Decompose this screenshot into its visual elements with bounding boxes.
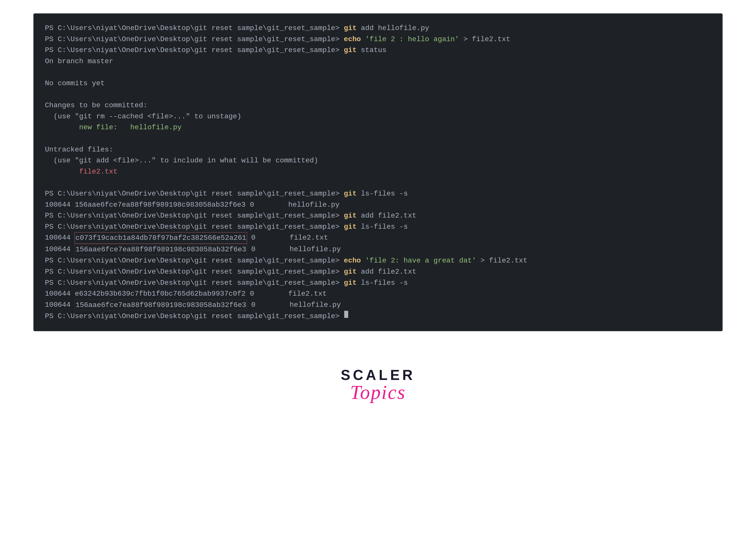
cmd-rest: add file2.txt xyxy=(357,210,416,221)
terminal-line: PS C:\Users\niyat\OneDrive\Desktop\git r… xyxy=(45,311,711,322)
logo-scaler-text: SCALER xyxy=(341,367,415,383)
git-keyword: git xyxy=(344,221,357,232)
cmd-rest: > file2.txt xyxy=(459,34,510,45)
terminal-line: PS C:\Users\niyat\OneDrive\Desktop\git r… xyxy=(45,188,711,199)
terminal-line: (use "git rm --cached <file>..." to unst… xyxy=(45,111,711,122)
output-text: 100644 156aae6fce7ea88f98f989198c983058a… xyxy=(45,199,340,210)
terminal-window: PS C:\Users\niyat\OneDrive\Desktop\git r… xyxy=(33,13,723,331)
terminal-line: PS C:\Users\niyat\OneDrive\Desktop\git r… xyxy=(45,210,711,221)
prompt: PS C:\Users\niyat\OneDrive\Desktop\git r… xyxy=(45,45,344,56)
cmd-rest: add file2.txt xyxy=(357,266,416,278)
string-literal: 'file 2 : hello again' xyxy=(365,34,459,45)
echo-keyword: echo xyxy=(344,34,361,45)
terminal-line: PS C:\Users\niyat\OneDrive\Desktop\git r… xyxy=(45,266,711,278)
git-keyword: git xyxy=(344,45,357,56)
hash-box-border: 156aae6fce7ea88f98f989198c983058ab32f6e3 xyxy=(75,300,247,311)
output-text: Untracked files: xyxy=(45,144,113,155)
prompt: PS C:\Users\niyat\OneDrive\Desktop\git r… xyxy=(45,255,344,266)
blank-line xyxy=(45,133,711,144)
cmd-rest: add hellofile.py xyxy=(357,23,429,34)
output-text: Changes to be committed: xyxy=(45,100,147,111)
terminal-line: new file: hellofile.py xyxy=(45,122,711,133)
output-text: (use "git rm --cached <file>..." to unst… xyxy=(45,111,241,122)
prompt: PS C:\Users\niyat\OneDrive\Desktop\git r… xyxy=(45,278,344,289)
logo-topics-text: Topics xyxy=(350,381,406,404)
output-text: 0 file2.txt xyxy=(247,232,328,244)
hash-red-border: c073f19cacb1a84db78f97baf2c382566e52a261 xyxy=(75,232,247,244)
output-text: No commits yet xyxy=(45,78,105,89)
prompt: PS C:\Users\niyat\OneDrive\Desktop\git r… xyxy=(45,23,344,34)
git-keyword: git xyxy=(344,210,357,221)
terminal-line: PS C:\Users\niyat\OneDrive\Desktop\git r… xyxy=(45,45,711,56)
cmd-rest: ls-files -s xyxy=(357,188,408,199)
cmd-rest: > file2.txt xyxy=(476,255,527,266)
terminal-line: PS C:\Users\niyat\OneDrive\Desktop\git r… xyxy=(45,278,711,289)
string-literal: 'file 2: have a great dat' xyxy=(365,255,476,266)
cmd-rest: ls-files -s xyxy=(357,221,408,232)
git-keyword: git xyxy=(344,188,357,199)
echo-keyword: echo xyxy=(344,255,361,266)
output-text: 0 hellofile.py xyxy=(247,244,341,255)
cmd-rest: status xyxy=(357,45,386,56)
hash-box-border: 156aae6fce7ea88f98f989198c983058ab32f6e3 xyxy=(75,244,247,255)
terminal-line: PS C:\Users\niyat\OneDrive\Desktop\git r… xyxy=(45,23,711,34)
terminal-line: PS C:\Users\niyat\OneDrive\Desktop\git r… xyxy=(45,255,711,266)
terminal-line: Changes to be committed: xyxy=(45,100,711,111)
terminal-line: Untracked files: xyxy=(45,144,711,155)
cmd-rest xyxy=(361,255,365,266)
output-text: 100644 xyxy=(45,232,75,244)
git-keyword: git xyxy=(344,266,357,278)
terminal-line: 100644 e63242b93b639c7fbb1f0bc765d62bab9… xyxy=(45,288,711,300)
blank-line xyxy=(45,67,711,78)
output-red: file2.txt xyxy=(45,166,117,177)
cmd-rest: ls-files -s xyxy=(357,278,408,289)
cmd-rest xyxy=(361,34,365,45)
prompt: PS C:\Users\niyat\OneDrive\Desktop\git r… xyxy=(45,221,344,232)
output-text: 100644 xyxy=(45,300,75,311)
terminal-line: On branch master xyxy=(45,56,711,67)
git-keyword: git xyxy=(344,23,357,34)
prompt: PS C:\Users\niyat\OneDrive\Desktop\git r… xyxy=(45,188,344,199)
blank-line xyxy=(45,89,711,100)
terminal-line: 100644 156aae6fce7ea88f98f989198c983058a… xyxy=(45,199,711,210)
output-text: (use "git add <file>..." to include in w… xyxy=(45,155,318,166)
terminal-line: PS C:\Users\niyat\OneDrive\Desktop\git r… xyxy=(45,221,711,232)
output-text: 100644 xyxy=(45,244,75,255)
git-keyword: git xyxy=(344,278,357,289)
prompt: PS C:\Users\niyat\OneDrive\Desktop\git r… xyxy=(45,266,344,278)
logo-section: SCALER Topics xyxy=(341,367,415,404)
prompt: PS C:\Users\niyat\OneDrive\Desktop\git r… xyxy=(45,34,344,45)
output-text: 0 hellofile.py xyxy=(247,300,341,311)
prompt: PS C:\Users\niyat\OneDrive\Desktop\git r… xyxy=(45,210,344,221)
output-text: 100644 xyxy=(45,288,75,300)
blank-line xyxy=(45,177,711,188)
output-text: 0 file2.txt xyxy=(246,288,327,300)
terminal-line: No commits yet xyxy=(45,78,711,89)
terminal-line: 100644 c073f19cacb1a84db78f97baf2c382566… xyxy=(45,232,711,244)
terminal-line: 100644 156aae6fce7ea88f98f989198c983058a… xyxy=(45,300,711,311)
cursor xyxy=(344,311,348,318)
prompt: PS C:\Users\niyat\OneDrive\Desktop\git r… xyxy=(45,311,344,322)
output-green: new file: hellofile.py xyxy=(45,122,182,133)
output-text: On branch master xyxy=(45,56,113,67)
terminal-line: file2.txt xyxy=(45,166,711,177)
terminal-line: PS C:\Users\niyat\OneDrive\Desktop\git r… xyxy=(45,34,711,45)
hash-plain: e63242b93b639c7fbb1f0bc765d62bab9937c0f2 xyxy=(75,288,245,300)
terminal-line: (use "git add <file>..." to include in w… xyxy=(45,155,711,166)
terminal-line: 100644 156aae6fce7ea88f98f989198c983058a… xyxy=(45,244,711,255)
